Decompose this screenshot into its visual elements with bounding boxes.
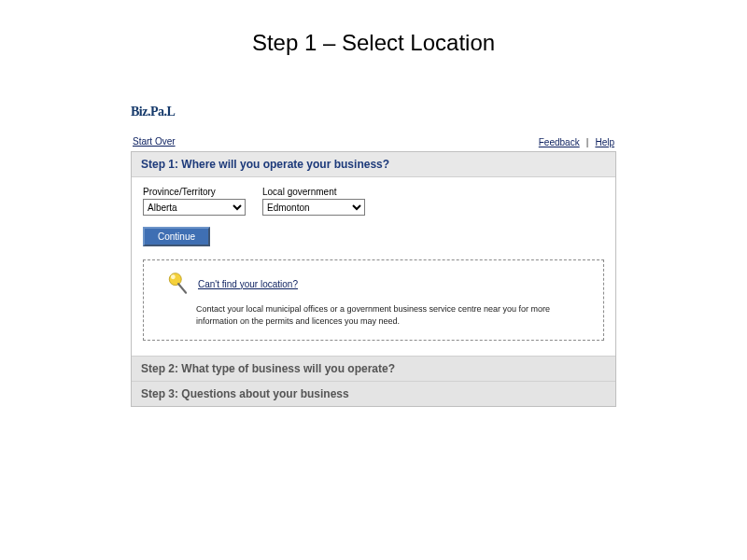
wizard-panel: Step 1: Where will you operate your busi…	[131, 151, 616, 407]
step1-body: Province/Territory Alberta Local governm…	[132, 177, 615, 356]
step1-heading: Step 1: Where will you operate your busi…	[132, 152, 615, 177]
start-over-link[interactable]: Start Over	[133, 136, 176, 147]
svg-point-0	[169, 273, 181, 286]
pushpin-icon	[157, 272, 190, 296]
brand-logo: Biz.Pa.L	[131, 105, 616, 119]
slide-title: Step 1 – Select Location	[0, 0, 747, 56]
hint-text: Contact your local municipal offices or …	[157, 303, 590, 327]
step2-heading[interactable]: Step 2: What type of business will you o…	[132, 356, 615, 381]
continue-button[interactable]: Continue	[143, 227, 210, 246]
separator: |	[583, 137, 593, 147]
localgov-label: Local government	[262, 187, 365, 197]
localgov-select[interactable]: Edmonton	[262, 199, 365, 216]
province-field: Province/Territory Alberta	[143, 187, 246, 216]
top-nav: Start Over Feedback | Help	[131, 136, 616, 151]
localgov-field: Local government Edmonton	[262, 187, 365, 216]
help-link[interactable]: Help	[595, 137, 614, 147]
svg-point-1	[171, 274, 176, 279]
feedback-link[interactable]: Feedback	[539, 137, 580, 147]
step3-heading[interactable]: Step 3: Questions about your business	[132, 381, 615, 406]
province-label: Province/Territory	[143, 187, 246, 197]
cant-find-location-link[interactable]: Can't find your location?	[198, 279, 298, 289]
topbar-right: Feedback | Help	[539, 136, 614, 147]
app-window: Biz.Pa.L Start Over Feedback | Help Step…	[131, 105, 616, 407]
hint-box: Can't find your location? Contact your l…	[143, 259, 604, 341]
province-select[interactable]: Alberta	[143, 199, 246, 216]
